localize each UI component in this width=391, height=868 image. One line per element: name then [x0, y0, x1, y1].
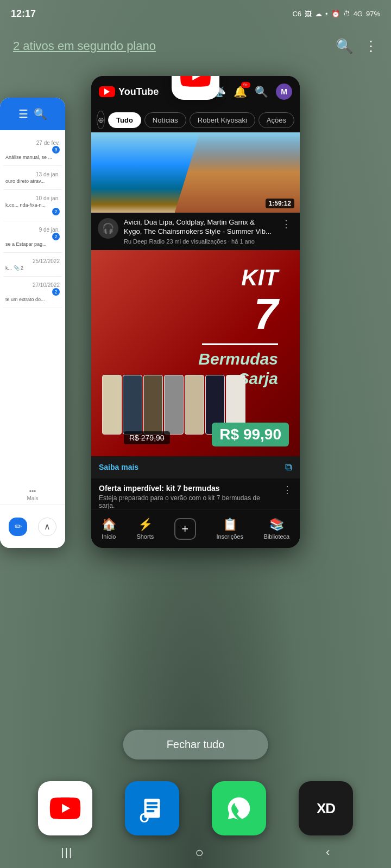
nav-library[interactable]: 📚 Biblioteca — [264, 518, 290, 540]
email-list: 27 de fev. 3 Análise manual, se ... 13 d… — [0, 130, 65, 312]
filter-icon: ☰ — [18, 107, 28, 120]
youtube-header-actions: 📡 🔔 9+ 🔍 M — [214, 84, 292, 100]
youtube-logo-icon — [180, 76, 211, 91]
list-item: 13 de jan. ouro direto atrav... — [3, 166, 62, 190]
svg-rect-2 — [147, 802, 157, 804]
back-button[interactable]: ‹ — [326, 845, 330, 859]
video-menu-icon[interactable]: ⋮ — [279, 218, 293, 245]
tab-robert-kiyosaki[interactable]: Robert Kiyosaki — [190, 112, 255, 128]
explore-tab[interactable]: ⊕ — [97, 111, 105, 129]
close-all-button[interactable]: Fechar tudo — [123, 730, 268, 760]
ad-banner[interactable]: KIT 7 Bermudas Sarja R$ 279,90 R$ 99,90 — [91, 250, 300, 456]
ad-text: KIT 7 Bermudas Sarja — [198, 266, 278, 388]
app-switcher: ☰ 🔍 27 de fev. 3 Análise manual, se ... … — [0, 65, 391, 635]
video-title: Avicii, Dua Lipa, Coldplay, Martin Garri… — [124, 218, 274, 237]
battery-icon: 97% — [366, 10, 380, 18]
xd-label: XD — [317, 800, 335, 817]
home-button[interactable]: ○ — [195, 844, 204, 861]
video-thumbnail[interactable]: 1:59:12 — [91, 132, 300, 213]
user-avatar[interactable]: M — [276, 84, 292, 100]
youtube-app-icon[interactable] — [172, 76, 219, 100]
video-duration: 1:59:12 — [266, 199, 294, 208]
home-icon: 🏠 — [102, 518, 116, 532]
email-date: 27/10/2022 — [5, 282, 60, 288]
subscriptions-icon: 📋 — [223, 518, 237, 532]
list-item: 27 de fev. 3 Análise manual, se ... — [3, 135, 62, 166]
library-icon: 📚 — [269, 518, 284, 532]
alarm-icon: ⏰ — [331, 10, 340, 18]
nav-create-button[interactable]: + — [174, 518, 196, 540]
email-badge: 2 — [52, 288, 60, 296]
email-snippet: se a Estapar pag... — [5, 241, 60, 247]
status-icons: C6 🖼 ☁ • ⏰ ⏱ 4G 97% — [292, 10, 380, 18]
expand-button[interactable]: ∧ — [38, 518, 56, 536]
external-link-icon[interactable]: ⧉ — [285, 462, 292, 473]
email-badge: 3 — [52, 146, 60, 154]
search-icon[interactable]: 🔍 — [336, 38, 353, 55]
compose-button[interactable]: ✏ — [9, 518, 27, 536]
ad-info-bar: Saiba mais ⧉ — [91, 456, 300, 478]
nav-shorts-label: Shorts — [136, 533, 154, 540]
ad-menu-icon[interactable]: ⋮ — [282, 484, 292, 496]
dot-icon: • — [325, 10, 328, 18]
video-meta: Ru Deep Radio 23 mi de visualizações · h… — [124, 238, 274, 245]
short-item-4 — [164, 375, 184, 435]
nav-shorts[interactable]: ⚡ Shorts — [136, 518, 154, 540]
list-item: 27/10/2022 2 te um extrato do... — [3, 277, 62, 308]
video-info: 🎧 Avicii, Dua Lipa, Coldplay, Martin Gar… — [91, 213, 300, 250]
status-time: 12:17 — [11, 8, 36, 20]
shorts-icon: ⚡ — [138, 518, 153, 532]
svg-text:O: O — [140, 811, 149, 824]
signal-icon: 4G — [354, 10, 363, 18]
email-date: 27 de fev. — [5, 140, 60, 146]
notification-button[interactable]: 🔔 9+ — [234, 85, 247, 98]
tab-acoes[interactable]: Ações — [258, 112, 294, 128]
email-badge: 2 — [52, 233, 60, 240]
dock-outlook[interactable]: O — [125, 781, 179, 835]
top-bar: 2 ativos em segundo plano 🔍 ⋮ — [0, 27, 391, 65]
ad-kit-number: 7 — [198, 289, 278, 339]
ad-kit-label: KIT — [198, 266, 278, 289]
video-stats: 23 mi de visualizações · há 1 ano — [166, 238, 255, 245]
ad-divider — [202, 343, 278, 345]
short-item-5 — [185, 375, 204, 435]
youtube-tabs: ⊕ Tudo Notícias Robert Kiyosaki Ações — [91, 107, 300, 132]
tab-noticias[interactable]: Notícias — [144, 112, 186, 128]
nav-library-label: Biblioteca — [264, 533, 290, 540]
saiba-mais-link[interactable]: Saiba mais — [99, 463, 138, 471]
email-card[interactable]: ☰ 🔍 27 de fev. 3 Análise manual, se ... … — [0, 98, 65, 548]
email-search-icon: 🔍 — [34, 107, 47, 120]
short-item-1 — [102, 375, 122, 435]
nav-subscriptions-label: Inscrições — [216, 533, 243, 540]
recent-apps-button[interactable]: ||| — [61, 846, 73, 859]
dock-whatsapp[interactable] — [212, 781, 266, 835]
email-snippet: te um extrato do... — [5, 297, 60, 302]
short-item-3 — [143, 375, 163, 435]
gallery-icon: 🖼 — [305, 10, 312, 18]
search-button[interactable]: 🔍 — [255, 85, 268, 98]
tab-tudo[interactable]: Tudo — [108, 112, 141, 128]
email-snippet: k.co... nda-fixa-n... — [5, 202, 60, 208]
dock-youtube-icon — [49, 797, 81, 819]
email-footer: ✏ ∧ — [0, 505, 65, 548]
email-date: 25/12/2022 — [5, 258, 60, 264]
email-more-area: ••• Mais — [0, 488, 65, 501]
short-item-2 — [123, 375, 142, 435]
youtube-card[interactable]: YouTube 📡 🔔 9+ 🔍 M ⊕ Tudo Notícias Rober… — [91, 76, 300, 548]
list-item: 25/12/2022 k... 📎 2 — [3, 253, 62, 277]
dock-youtube[interactable] — [38, 781, 92, 835]
nav-subscriptions[interactable]: 📋 Inscrições — [216, 518, 243, 540]
email-date: 9 de jan. — [5, 227, 60, 233]
email-header: ☰ 🔍 — [0, 98, 65, 130]
carrier-icon: C6 — [292, 10, 301, 18]
ad-price-old: R$ 279,90 — [124, 431, 170, 444]
cloud-icon: ☁ — [315, 10, 322, 18]
nav-home[interactable]: 🏠 Início — [102, 518, 116, 540]
list-item: 9 de jan. 2 se a Estapar pag... — [3, 221, 62, 253]
dock-xd[interactable]: XD — [299, 781, 353, 835]
more-options-icon[interactable]: ⋮ — [364, 38, 378, 55]
youtube-logo-text: YouTube — [118, 86, 159, 98]
notification-badge: 9+ — [241, 82, 250, 88]
top-bar-actions: 🔍 ⋮ — [336, 38, 378, 55]
email-snippet: ouro direto atrav... — [5, 178, 60, 184]
